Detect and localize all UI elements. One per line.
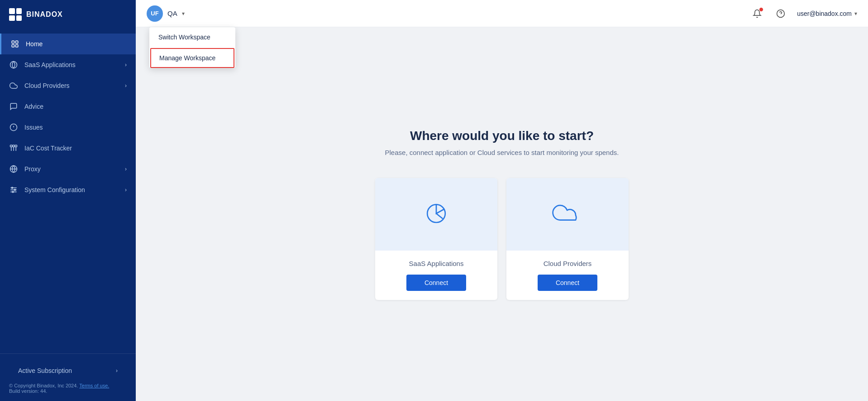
advice-icon <box>9 102 18 111</box>
subscription-label: Active Subscription <box>18 367 72 374</box>
sidebar-item-subscription[interactable]: Active Subscription › <box>9 361 127 380</box>
dropdown-menu: Switch Workspace Manage Workspace <box>149 27 235 68</box>
notifications-button[interactable] <box>750 6 764 21</box>
avatar: UF <box>147 5 163 22</box>
sidebar: BINADOX Home SaaS Applications › <box>0 0 136 401</box>
welcome-subtitle: Please, connect application or Cloud ser… <box>343 149 660 156</box>
user-email: user@binadox.com <box>797 10 852 17</box>
issues-icon <box>9 123 18 132</box>
cloud-connect-button[interactable]: Connect <box>538 275 597 291</box>
cards-row: SaaS Applications Connect Cloud Provider… <box>343 178 660 300</box>
chevron-down-icon: ▾ <box>182 10 185 17</box>
workspace-name: QA <box>167 10 177 17</box>
sysconfig-icon <box>9 185 18 194</box>
sidebar-bottom: Active Subscription › © Copyright Binado… <box>0 353 136 401</box>
cloud-card: Cloud Providers Connect <box>506 178 629 300</box>
logo-icon <box>9 8 22 21</box>
workspace-dropdown: Switch Workspace Manage Workspace <box>149 27 235 69</box>
cloud-card-icon-area <box>506 178 629 251</box>
cloud-card-label: Cloud Providers <box>544 260 592 267</box>
welcome-title: Where would you like to start? <box>343 129 660 143</box>
saas-connect-button[interactable]: Connect <box>406 275 466 291</box>
copyright-text: © Copyright Binadox, Inc 2024. Terms of … <box>9 383 127 394</box>
welcome-container: Where would you like to start? Please, c… <box>343 129 660 300</box>
chevron-right-icon: › <box>116 367 118 374</box>
user-menu[interactable]: user@binadox.com ▾ <box>797 10 857 17</box>
workspace-selector[interactable]: UF QA ▾ <box>147 5 185 22</box>
sidebar-item-proxy-label: Proxy <box>24 165 41 173</box>
sidebar-item-sysconfig[interactable]: System Configuration › <box>0 179 136 200</box>
header-actions: user@binadox.com ▾ <box>750 6 857 21</box>
notification-badge <box>759 7 763 12</box>
sidebar-item-home-label: Home <box>26 40 43 48</box>
sidebar-item-sysconfig-label: System Configuration <box>24 186 85 193</box>
sidebar-item-advice[interactable]: Advice <box>0 96 136 117</box>
sidebar-item-issues[interactable]: Issues <box>0 117 136 138</box>
cloud-provider-icon <box>551 201 584 228</box>
terms-link[interactable]: Terms of use. <box>79 383 109 388</box>
sidebar-item-issues-label: Issues <box>24 124 43 131</box>
main-area: UF QA ▾ Switch Workspace Manage Workspac… <box>136 0 868 401</box>
logo[interactable]: BINADOX <box>0 0 136 29</box>
sidebar-item-cloud-label: Cloud Providers <box>24 82 70 89</box>
svg-point-21 <box>12 191 14 193</box>
svg-rect-3 <box>16 45 18 47</box>
svg-point-20 <box>14 189 16 191</box>
proxy-icon <box>9 164 18 174</box>
svg-rect-8 <box>10 145 13 147</box>
saas-card-bottom: SaaS Applications Connect <box>375 251 497 300</box>
sidebar-item-proxy[interactable]: Proxy › <box>0 159 136 179</box>
cloud-card-bottom: Cloud Providers Connect <box>506 251 629 300</box>
help-button[interactable] <box>773 6 788 21</box>
sidebar-item-iac[interactable]: IaC Cost Tracker <box>0 138 136 159</box>
iac-icon <box>9 144 18 153</box>
header: UF QA ▾ Switch Workspace Manage Workspac… <box>136 0 868 27</box>
svg-point-4 <box>10 62 17 68</box>
chevron-right-icon: › <box>125 166 127 172</box>
switch-workspace-item[interactable]: Switch Workspace <box>149 27 235 47</box>
saas-card-icon-area <box>375 178 497 251</box>
chevron-right-icon: › <box>125 82 127 89</box>
sidebar-item-saas-label: SaaS Applications <box>24 61 76 68</box>
sidebar-item-advice-label: Advice <box>24 103 43 110</box>
main-content: Where would you like to start? Please, c… <box>136 27 868 401</box>
svg-rect-10 <box>15 145 17 147</box>
saas-card-label: SaaS Applications <box>409 260 464 267</box>
saas-icon <box>9 60 18 69</box>
saas-card: SaaS Applications Connect <box>375 178 497 300</box>
chevron-right-icon: › <box>125 187 127 193</box>
logo-text: BINADOX <box>26 10 63 19</box>
sidebar-item-iac-label: IaC Cost Tracker <box>24 145 72 152</box>
sidebar-nav: Home SaaS Applications › Cloud Providers… <box>0 29 136 353</box>
sidebar-item-cloud[interactable]: Cloud Providers › <box>0 75 136 96</box>
sidebar-item-home[interactable]: Home <box>0 34 136 54</box>
user-chevron-down-icon: ▾ <box>854 10 857 17</box>
svg-rect-9 <box>13 145 15 147</box>
cloud-icon <box>9 81 18 90</box>
svg-point-19 <box>12 187 13 188</box>
svg-rect-1 <box>16 41 18 43</box>
chevron-right-icon: › <box>125 62 127 68</box>
home-icon <box>10 39 19 48</box>
manage-workspace-item[interactable]: Manage Workspace <box>150 48 234 68</box>
svg-rect-0 <box>12 41 14 43</box>
saas-application-icon <box>420 198 453 231</box>
svg-rect-2 <box>12 45 14 47</box>
sidebar-item-saas[interactable]: SaaS Applications › <box>0 54 136 75</box>
